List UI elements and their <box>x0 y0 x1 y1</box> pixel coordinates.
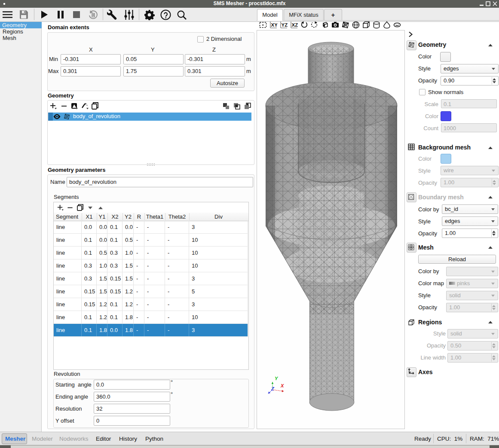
svg-text:Z: Z <box>271 386 275 391</box>
svg-text:XY: XY <box>271 22 278 27</box>
svg-text:Y: Y <box>275 376 279 381</box>
svg-text:XZ: XZ <box>292 22 298 27</box>
svg-text:X: X <box>280 383 284 388</box>
svg-text:YZ: YZ <box>282 22 288 27</box>
